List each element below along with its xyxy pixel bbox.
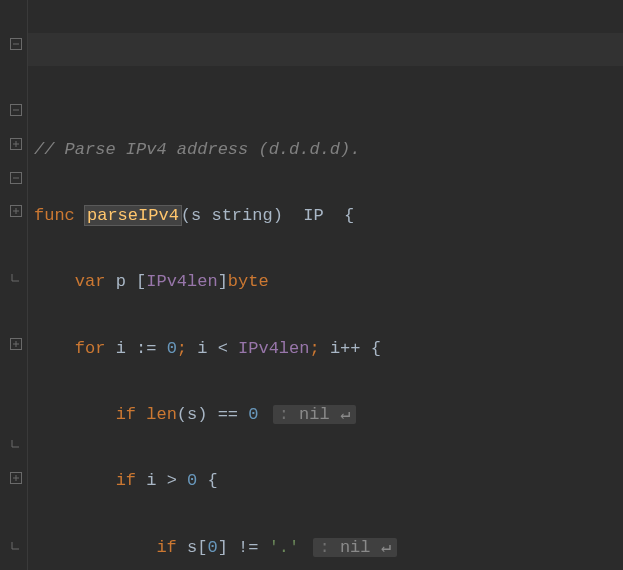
fold-end-marker[interactable] xyxy=(10,438,22,450)
code-line[interactable]: var p [IPv4len]byte xyxy=(34,265,623,298)
code-line[interactable]: func parseIPv4(s string) IP { xyxy=(34,199,623,232)
fold-marker[interactable] xyxy=(10,205,22,217)
fold-marker[interactable] xyxy=(10,138,22,150)
fold-marker[interactable] xyxy=(10,38,22,50)
fold-marker[interactable] xyxy=(10,172,22,184)
code-line[interactable]: // Parse IPv4 address (d.d.d.d). xyxy=(34,133,623,166)
fold-marker[interactable] xyxy=(10,104,22,116)
fold-end-marker[interactable] xyxy=(10,272,22,284)
code-line[interactable]: for i := 0; i < IPv4len; i++ { xyxy=(34,332,623,365)
code-line[interactable]: if s[0] != '.' : nil ↵ xyxy=(34,531,623,564)
current-line-highlight xyxy=(28,33,623,66)
code-editor[interactable]: // Parse IPv4 address (d.d.d.d). func pa… xyxy=(28,0,623,570)
cursor-selection: parseIPv4 xyxy=(85,206,181,225)
code-line[interactable]: if len(s) == 0 : nil ↵ xyxy=(34,398,623,431)
comment-text: // Parse IPv4 address (d.d.d.d). xyxy=(34,140,360,159)
fold-hint[interactable]: : nil ↵ xyxy=(313,538,396,557)
fold-hint[interactable]: : nil ↵ xyxy=(273,405,356,424)
fold-marker[interactable] xyxy=(10,338,22,350)
fold-marker[interactable] xyxy=(10,472,22,484)
code-line[interactable]: if i > 0 { xyxy=(34,464,623,497)
fold-end-marker[interactable] xyxy=(10,540,22,552)
gutter xyxy=(0,0,28,570)
